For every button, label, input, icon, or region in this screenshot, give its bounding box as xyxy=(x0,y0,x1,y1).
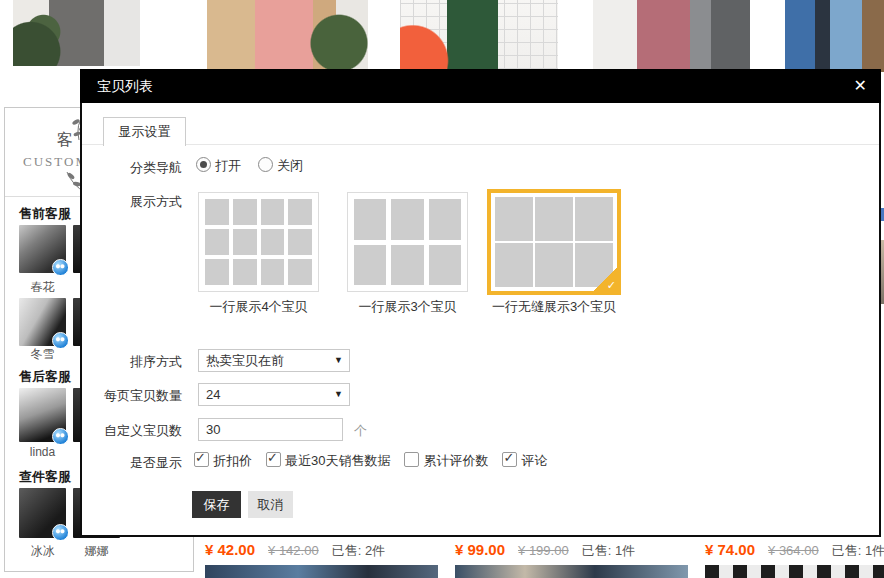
custom-count-input[interactable]: 30 xyxy=(198,418,343,441)
product-photo-2[interactable] xyxy=(207,0,368,72)
product-photo-bottom-3[interactable] xyxy=(705,565,884,578)
checkbox-label: 折扣价 xyxy=(213,453,252,468)
display-mode-option-3-per-row[interactable]: ✓ xyxy=(347,192,468,292)
radio-label: 打开 xyxy=(215,158,241,173)
product-photo-bottom-1[interactable] xyxy=(205,565,438,578)
checkbox-label: 评论 xyxy=(521,453,547,468)
checkbox-icon[interactable] xyxy=(194,452,209,467)
page-size-select-value: 24 xyxy=(206,387,220,402)
price-current: ¥ 99.00 xyxy=(455,541,505,558)
agent-avatar-chunhua[interactable] xyxy=(19,225,66,273)
tab-divider xyxy=(82,144,879,145)
wangwang-chat-icon[interactable] xyxy=(52,524,69,541)
agent-avatar-dongxue[interactable] xyxy=(19,298,66,346)
product-photo-4[interactable] xyxy=(593,0,750,69)
tab-display-settings[interactable]: 显示设置 xyxy=(103,117,186,146)
service-logo-cn: 客 xyxy=(57,130,73,151)
page: 客 CUSTOM 售前客服 春花 冬雪 售后客服 linda 查件客服 xyxy=(0,0,884,578)
agent-name: 春花 xyxy=(19,279,66,296)
toggle-30day-sales[interactable]: 最近30天销售数据 xyxy=(266,452,390,470)
listing-price-row: ¥ 74.00 ¥ 364.00 已售: 1件 xyxy=(705,541,884,561)
price-current: ¥ 42.00 xyxy=(205,541,255,558)
field-label-page-size: 每页宝贝数量 xyxy=(82,387,182,405)
agent-avatar-bingbing[interactable] xyxy=(19,488,66,538)
price-current: ¥ 74.00 xyxy=(705,541,755,558)
chevron-down-icon: ▼ xyxy=(334,384,343,405)
chevron-down-icon: ▼ xyxy=(334,350,343,371)
product-photo-3[interactable] xyxy=(400,0,558,69)
agent-avatar-linda[interactable] xyxy=(19,388,66,442)
section-title-tracking: 查件客服 xyxy=(19,468,71,486)
checkbox-icon[interactable] xyxy=(502,452,517,467)
checkbox-icon[interactable] xyxy=(404,452,419,467)
wangwang-chat-icon[interactable] xyxy=(52,428,69,445)
display-toggles-group: 折扣价 最近30天销售数据 累计评价数 评论 xyxy=(194,452,547,470)
agent-name: 冰冰 xyxy=(19,543,66,560)
check-icon: ✓ xyxy=(607,279,616,292)
category-nav-radio-group: 打开 关闭 xyxy=(196,157,303,175)
price-original: ¥ 199.00 xyxy=(518,543,569,558)
product-photo-5[interactable] xyxy=(785,0,884,72)
field-label-category-nav: 分类导航 xyxy=(82,159,182,177)
agent-name: 娜娜 xyxy=(73,543,120,560)
listing-price-row: ¥ 42.00 ¥ 142.00 已售: 2件 xyxy=(205,541,385,561)
price-original: ¥ 142.00 xyxy=(268,543,319,558)
field-label-sort: 排序方式 xyxy=(82,353,182,371)
toggle-review-count[interactable]: 累计评价数 xyxy=(404,452,488,470)
product-photo-bottom-2[interactable] xyxy=(455,565,688,578)
dialog-header: 宝贝列表 ✕ xyxy=(80,69,881,103)
section-title-presale: 售前客服 xyxy=(19,205,71,223)
checkbox-label: 累计评价数 xyxy=(423,453,488,468)
sort-select[interactable]: 热卖宝贝在前 ▼ xyxy=(198,349,350,372)
product-photo-1[interactable] xyxy=(13,0,140,66)
section-title-aftersale: 售后客服 xyxy=(19,368,71,386)
sort-select-value: 热卖宝贝在前 xyxy=(206,353,284,368)
display-mode-option-4-per-row[interactable]: ✓ xyxy=(198,192,319,292)
checkbox-icon[interactable] xyxy=(266,452,281,467)
display-mode-caption: 一行无缝展示3个宝贝 xyxy=(487,298,621,316)
cancel-button[interactable]: 取消 xyxy=(248,491,293,518)
dialog-title: 宝贝列表 xyxy=(97,69,153,103)
display-mode-caption: 一行展示4个宝贝 xyxy=(198,298,319,316)
display-mode-option-3-seamless[interactable]: ✓ xyxy=(487,189,621,295)
toggle-discount-price[interactable]: 折扣价 xyxy=(194,452,252,470)
product-list-settings-dialog: 宝贝列表 ✕ 显示设置 分类导航 打开 关闭 展示方式 ✓ ✓ ✓ 一行展示4个… xyxy=(80,69,881,537)
selected-corner-badge: ✓ xyxy=(593,267,618,292)
sold-count: 已售: 2件 xyxy=(332,542,385,560)
listing-price-row: ¥ 99.00 ¥ 199.00 已售: 1件 xyxy=(455,541,635,561)
save-button[interactable]: 保存 xyxy=(192,491,241,518)
agent-name: linda xyxy=(19,445,66,459)
sold-count: 已售: 1件 xyxy=(582,542,635,560)
agent-name: 冬雪 xyxy=(19,346,66,363)
toggle-comments[interactable]: 评论 xyxy=(502,452,547,470)
field-label-custom-count: 自定义宝贝数 xyxy=(82,422,182,440)
radio-option-open[interactable]: 打开 xyxy=(196,157,241,175)
radio-icon[interactable] xyxy=(196,157,211,172)
radio-label: 关闭 xyxy=(277,158,303,173)
close-icon[interactable]: ✕ xyxy=(854,69,867,103)
checkbox-label: 最近30天销售数据 xyxy=(285,453,390,468)
sold-count: 已售: 1件 xyxy=(832,542,884,560)
price-original: ¥ 364.00 xyxy=(768,543,819,558)
field-label-display-toggles: 是否显示 xyxy=(82,454,182,472)
page-size-select[interactable]: 24 ▼ xyxy=(198,383,350,406)
custom-count-unit: 个 xyxy=(354,422,367,440)
wangwang-chat-icon[interactable] xyxy=(52,259,69,276)
field-label-display-mode: 展示方式 xyxy=(82,193,182,211)
display-mode-caption: 一行展示3个宝贝 xyxy=(347,298,468,316)
radio-option-close[interactable]: 关闭 xyxy=(258,157,303,175)
radio-icon[interactable] xyxy=(258,157,273,172)
